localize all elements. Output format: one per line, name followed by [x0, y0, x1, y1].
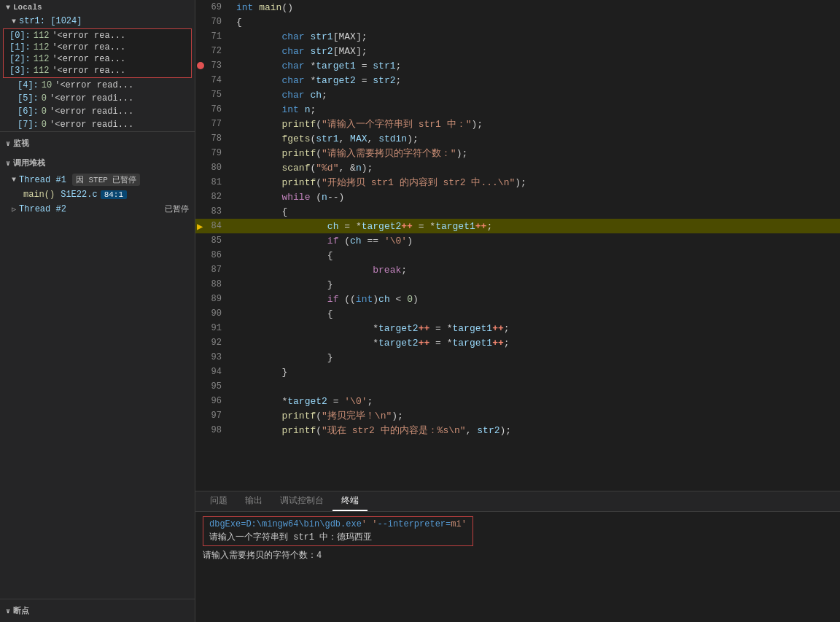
- code-area: 69 int main() 70 { 71 char str1[MAX]; 72…: [195, 0, 840, 491]
- breakpoints-section: ∨ 断点: [0, 599, 195, 622]
- code-line-81: 81 printf("开始拷贝 str1 的内容到 str2 中...\n");: [195, 175, 840, 190]
- code-line-91: 91 *target2++ = *target1++;: [195, 321, 840, 335]
- code-line-78: 78 fgets(str1, MAX, stdin);: [195, 131, 840, 146]
- array-item: [1]: 112 '<error rea...: [7, 42, 188, 53]
- array-item: [0]: 112 '<error rea...: [7, 30, 188, 42]
- debug-arrow: ▶: [197, 220, 203, 233]
- locals-label: Locals: [13, 3, 42, 12]
- terminal-highlighted-block: dbgExe=D:\mingw64\bin\gdb.exe' '--interp…: [203, 516, 473, 546]
- code-line-90: 90 {: [195, 306, 840, 321]
- array-item: [2]: 112 '<error rea...: [7, 53, 188, 65]
- str1-arrow: ▼: [12, 18, 16, 26]
- code-line-93: 93 }: [195, 350, 840, 365]
- line-content-69: int main(): [230, 2, 840, 13]
- call-stack-section: ∨ 调用堆栈 ▼ Thread #1 因 STEP 已暂停 main() S1E…: [0, 155, 195, 599]
- frame-file: S1E22.c: [61, 190, 97, 200]
- code-line-80: 80 scanf("%d", &n);: [195, 160, 840, 175]
- frame-function: main(): [23, 190, 55, 200]
- str1-row[interactable]: ▼ str1: [1024]: [0, 15, 195, 28]
- code-line-75: 75 char ch;: [195, 88, 840, 102]
- frame-line: 84:1: [101, 190, 127, 199]
- code-line-86: 86 {: [195, 248, 840, 263]
- thread2-name: Thread #2: [19, 204, 66, 214]
- code-line-70: 70 {: [195, 15, 840, 29]
- tab-output[interactable]: 输出: [236, 491, 271, 511]
- code-line-77: 77 printf("请输入一个字符串到 str1 中：");: [195, 117, 840, 131]
- str1-label: str1: [1024]: [19, 16, 82, 26]
- call-stack-label: 调用堆栈: [13, 158, 45, 168]
- breakpoint-dot-73: [197, 62, 204, 69]
- call-stack-header[interactable]: ∨ 调用堆栈: [0, 155, 195, 171]
- code-line-97: 97 printf("拷贝完毕！\n");: [195, 408, 840, 423]
- code-line-87: 87 break;: [195, 263, 840, 277]
- thread2-arrow: ▷: [12, 205, 16, 214]
- code-line-83: 83 {: [195, 204, 840, 219]
- watch-arrow: ∨: [6, 139, 10, 148]
- code-line-76: 76 int n;: [195, 102, 840, 117]
- tab-terminal[interactable]: 终端: [332, 491, 368, 511]
- right-panel: 69 int main() 70 { 71 char str1[MAX]; 72…: [195, 0, 840, 622]
- array-item: [3]: 112 '<error rea...: [7, 65, 188, 77]
- code-line-84: ▶ 84 ch = *target2++ = *target1++;: [195, 219, 840, 233]
- thread1-badge: 因 STEP 已暂停: [72, 174, 141, 186]
- left-panel: ▼ Locals ▼ str1: [1024] [0]: 112 '<error…: [0, 0, 195, 622]
- breakpoints-header[interactable]: ∨ 断点: [0, 602, 195, 619]
- watch-section: ∨ 监视: [0, 132, 195, 155]
- code-line-79: 79 printf("请输入需要拷贝的字符个数：");: [195, 146, 840, 160]
- locals-section: ▼ Locals ▼ str1: [1024] [0]: 112 '<error…: [0, 0, 195, 132]
- watch-label: 监视: [13, 138, 29, 149]
- code-line-88: 88 }: [195, 277, 840, 292]
- code-line-73: 73 char *target1 = str1;: [195, 58, 840, 73]
- terminal-output-line: 请输入一个字符串到 str1 中：德玛西亚: [209, 531, 467, 543]
- terminal-area: 问题 输出 调试控制台 终端 dbgExe=D:\mingw64\bin\gdb…: [195, 491, 840, 622]
- thread1-row[interactable]: ▼ Thread #1 因 STEP 已暂停: [0, 171, 195, 188]
- array-item: [7]: 0 '<error readi...: [0, 118, 195, 131]
- terminal-tabs: 问题 输出 调试控制台 终端: [195, 491, 840, 512]
- code-line-85: 85 if (ch == '\0'): [195, 233, 840, 248]
- code-line-74: 74 char *target2 = str2;: [195, 73, 840, 88]
- tab-problems[interactable]: 问题: [201, 491, 236, 511]
- locals-header[interactable]: ▼ Locals: [0, 0, 195, 15]
- thread1-arrow: ▼: [12, 176, 16, 184]
- terminal-extra-output: 请输入需要拷贝的字符个数：4: [203, 549, 833, 561]
- watch-header[interactable]: ∨ 监视: [0, 135, 195, 152]
- array-item: [5]: 0 '<error readi...: [0, 92, 195, 105]
- thread2-row[interactable]: ▷ Thread #2 已暂停: [0, 201, 195, 217]
- code-line-92: 92 *target2++ = *target1++;: [195, 335, 840, 350]
- call-stack-arrow: ∨: [6, 159, 10, 168]
- locals-arrow: ▼: [6, 4, 10, 12]
- thread1-name: Thread #1: [19, 175, 66, 185]
- code-line-71: 71 char str1[MAX];: [195, 29, 840, 44]
- code-line-89: 89 if ((int)ch < 0): [195, 292, 840, 306]
- line-num-69: 69: [195, 2, 230, 12]
- highlighted-array-items: [0]: 112 '<error rea... [1]: 112 '<error…: [0, 28, 195, 79]
- code-scroll[interactable]: 69 int main() 70 { 71 char str1[MAX]; 72…: [195, 0, 840, 491]
- tab-debug-console[interactable]: 调试控制台: [271, 491, 332, 511]
- code-line-69: 69 int main(): [195, 0, 840, 15]
- breakpoints-arrow: ∨: [6, 607, 10, 615]
- code-line-82: 82 while (n--): [195, 190, 840, 204]
- stack-frame-main[interactable]: main() S1E22.c 84:1: [0, 188, 195, 201]
- terminal-cmd-line: dbgExe=D:\mingw64\bin\gdb.exe' '--interp…: [209, 519, 467, 529]
- code-line-95: 95: [195, 379, 840, 394]
- code-line-94: 94 }: [195, 365, 840, 379]
- code-line-96: 96 *target2 = '\0';: [195, 394, 840, 408]
- thread2-stopped: 已暂停: [165, 203, 189, 214]
- terminal-content: dbgExe=D:\mingw64\bin\gdb.exe' '--interp…: [195, 512, 840, 622]
- code-line-98: 98 printf("现在 str2 中的内容是：%s\n", str2);: [195, 423, 840, 438]
- array-item: [4]: 10 '<error read...: [0, 79, 195, 92]
- code-line-72: 72 char str2[MAX];: [195, 44, 840, 58]
- breakpoints-label: 断点: [13, 605, 29, 616]
- array-item: [6]: 0 '<error readi...: [0, 105, 195, 118]
- other-array-items: [4]: 10 '<error read... [5]: 0 '<error r…: [0, 79, 195, 131]
